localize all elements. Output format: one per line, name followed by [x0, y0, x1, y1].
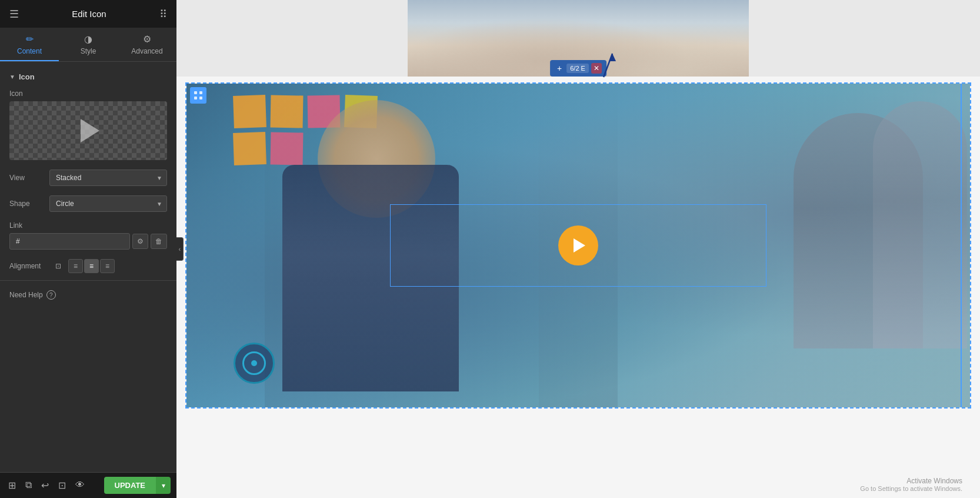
view-label: View [9, 174, 45, 182]
panel-header: ☰ Edit Icon ⠿ [0, 0, 176, 28]
help-circle-icon: ? [46, 290, 56, 300]
icon-preview-play-triangle [81, 119, 99, 142]
panel-tabs: ✏ Content ◑ Style ⚙ Advanced [0, 28, 176, 62]
sticky-note-orange-1 [233, 95, 266, 128]
shape-select[interactable]: Circle Square Default [49, 195, 167, 212]
shape-select-wrapper: Circle Square Default ▼ [49, 195, 167, 212]
logo-circle [234, 343, 275, 384]
link-input[interactable] [9, 233, 130, 250]
left-panel: ☰ Edit Icon ⠿ ✏ Content ◑ Style ⚙ Advanc… [0, 0, 176, 498]
footer-undo-icon[interactable]: ↩ [39, 477, 51, 493]
update-dropdown-button[interactable]: ▾ [156, 477, 171, 494]
advanced-tab-icon: ⚙ [143, 34, 151, 45]
icon-field-row: Icon [0, 85, 176, 165]
link-label: Link [9, 221, 167, 230]
main-content: + 6/2 E ✕ [176, 0, 980, 498]
shape-label: Shape [9, 200, 45, 208]
icon-field-label: Icon [9, 89, 167, 98]
col-dot-1 [194, 91, 197, 94]
panel-footer: ⊞ ⧉ ↩ ⊡ 👁 UPDATE ▾ [0, 472, 176, 498]
align-right-button[interactable]: ≡ [100, 259, 115, 273]
logo-dot [251, 360, 257, 366]
office-team-image [186, 84, 970, 407]
svg-marker-1 [609, 54, 616, 61]
need-help-row[interactable]: Need Help ? [0, 283, 176, 307]
view-field-row: View Stacked Framed Default ▼ [0, 165, 176, 191]
tab-advanced[interactable]: ⚙ Advanced [118, 28, 176, 61]
link-delete-button[interactable]: 🗑 [151, 234, 167, 249]
column-handle[interactable] [190, 87, 206, 104]
windows-watermark: Activate Windows Go to Settings to activ… [860, 477, 962, 492]
link-settings-button[interactable]: ⚙ [132, 234, 148, 249]
view-select-wrapper: Stacked Framed Default ▼ [49, 170, 167, 186]
tab-content[interactable]: ✏ Content [0, 28, 59, 61]
tab-content-label: Content [17, 47, 42, 55]
toolbar-label: 6/2 E [566, 64, 589, 73]
logo-inner-ring [242, 351, 266, 375]
footer-eye-icon[interactable]: 👁 [73, 477, 87, 493]
icon-section-label: Icon [19, 72, 35, 81]
col-dot-2 [199, 91, 202, 94]
windows-activate-title: Activate Windows [860, 477, 962, 485]
content-tab-icon: ✏ [26, 34, 34, 45]
hamburger-icon[interactable]: ☰ [9, 8, 19, 21]
toolbar-add-button[interactable]: + [555, 62, 564, 74]
tab-style[interactable]: ◑ Style [59, 28, 118, 61]
icon-section-header[interactable]: ▼ Icon [0, 69, 176, 85]
link-input-group: ⚙ 🗑 [9, 233, 167, 250]
footer-stack-icon[interactable]: ⧉ [23, 477, 34, 493]
sticky-note-orange-3 [233, 132, 266, 165]
grid-icon[interactable]: ⠿ [159, 8, 167, 21]
need-help-label: Need Help [9, 291, 43, 299]
alignment-buttons: ≡ ≡ ≡ [68, 259, 115, 273]
cursor-indicator [601, 51, 624, 82]
link-field-row: Link ⚙ 🗑 [0, 217, 176, 254]
tab-style-label: Style [81, 47, 96, 55]
shape-field-row: Shape Circle Square Default ▼ [0, 191, 176, 217]
alignment-label: Alignment [9, 262, 51, 270]
panel-content: ▼ Icon Icon View Stacked Framed Default … [0, 62, 176, 472]
align-center-button[interactable]: ≡ [84, 259, 99, 273]
footer-layers-icon[interactable]: ⊞ [6, 477, 18, 493]
windows-activate-subtitle: Go to Settings to activate Windows. [860, 485, 962, 492]
person-body [282, 165, 459, 391]
align-left-button[interactable]: ≡ [68, 259, 83, 273]
person-far-right-silhouette [873, 101, 967, 348]
panel-title: Edit Icon [72, 9, 106, 19]
footer-crop-icon[interactable]: ⊡ [56, 477, 68, 493]
update-button-group: UPDATE ▾ [104, 477, 171, 494]
footer-icons: ⊞ ⧉ ↩ ⊡ 👁 [6, 477, 87, 493]
col-dot-3 [194, 97, 197, 99]
column-handle-grid [194, 91, 203, 100]
style-tab-icon: ◑ [84, 34, 92, 45]
view-select[interactable]: Stacked Framed Default [49, 170, 167, 186]
floating-toolbar: + 6/2 E ✕ [550, 60, 606, 77]
play-button[interactable] [558, 225, 598, 265]
collapse-panel-button[interactable]: ‹ [176, 237, 184, 261]
col-dot-4 [199, 97, 202, 99]
update-button[interactable]: UPDATE [104, 477, 156, 494]
section-arrow-icon: ▼ [9, 74, 15, 80]
tab-advanced-label: Advanced [131, 47, 162, 55]
play-triangle-icon [574, 238, 585, 253]
divider [0, 280, 176, 281]
bottom-logo [234, 343, 275, 384]
alignment-icon: ⊡ [55, 262, 61, 270]
icon-preview[interactable] [9, 101, 167, 160]
canvas-area: + 6/2 E ✕ [176, 0, 980, 498]
main-selected-section: + 6/2 E ✕ [185, 82, 971, 409]
alignment-row: Alignment ⊡ ≡ ≡ ≡ [0, 254, 176, 278]
